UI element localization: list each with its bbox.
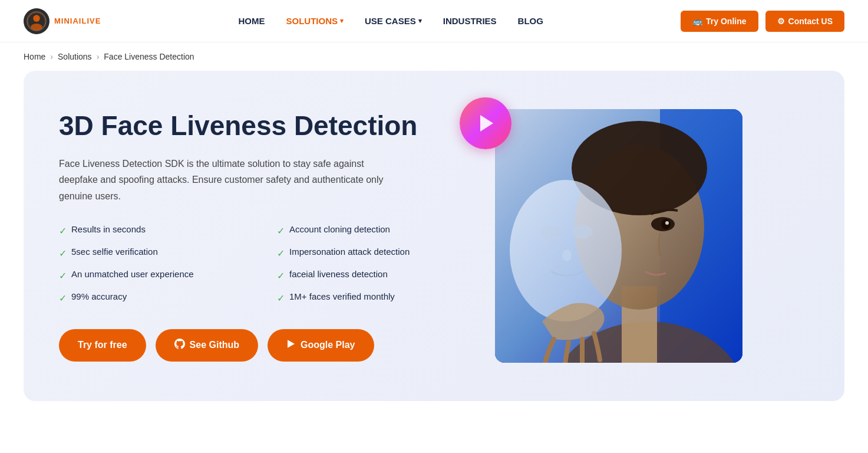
feature-item: ✓ Results in seconds (59, 223, 253, 238)
check-icon: ✓ (59, 247, 67, 261)
nav-blog[interactable]: BLOG (518, 16, 543, 26)
header-buttons: 🚌 Try Online ⚙ Contact US (681, 11, 844, 32)
breadcrumb-home[interactable]: Home (24, 52, 45, 61)
check-icon: ✓ (277, 291, 285, 306)
hero-image-area (495, 109, 742, 363)
features-grid: ✓ Results in seconds ✓ Account cloning d… (59, 223, 471, 306)
svg-point-1 (33, 15, 39, 21)
chevron-down-icon: ▾ (418, 17, 422, 25)
breadcrumb-current: Face Liveness Detection (104, 52, 194, 61)
hero-content-left: 3D Face Liveness Detection Face Liveness… (59, 110, 471, 361)
play-icon (286, 339, 296, 351)
hero-section: 3D Face Liveness Detection Face Liveness… (24, 71, 844, 401)
feature-item: ✓ 99% accuracy (59, 290, 253, 306)
nav-solutions[interactable]: SOLUTIONS ▾ (286, 16, 344, 26)
main-nav: HOME SOLUTIONS ▾ USE CASES ▾ INDUSTRIES … (239, 16, 543, 26)
feature-item: ✓ Impersonation attack detection (277, 245, 471, 261)
try-free-button[interactable]: Try for free (59, 329, 146, 362)
play-triangle-icon (480, 115, 493, 132)
logo-text: MINIAILIVE (54, 17, 101, 25)
check-icon: ✓ (277, 224, 285, 238)
chevron-down-icon: ▾ (340, 17, 344, 25)
contact-us-button[interactable]: ⚙ Contact US (765, 11, 844, 32)
see-github-button[interactable]: See Github (156, 329, 258, 362)
check-icon: ✓ (59, 269, 67, 283)
hero-image (495, 109, 742, 363)
google-play-button[interactable]: Google Play (268, 329, 374, 362)
feature-item: ✓ An unmatched user experience (59, 268, 253, 283)
breadcrumb-separator-2: › (97, 52, 100, 61)
nav-home[interactable]: HOME (239, 16, 265, 26)
nav-industries[interactable]: INDUSTRIES (443, 16, 497, 26)
svg-point-16 (562, 250, 572, 261)
check-icon: ✓ (277, 269, 285, 283)
play-video-button[interactable] (460, 97, 511, 149)
cta-buttons: Try for free See Github Google Play (59, 329, 471, 362)
svg-point-12 (665, 221, 669, 225)
hero-image-svg (495, 109, 742, 363)
try-online-button[interactable]: 🚌 Try Online (681, 11, 758, 32)
truck-icon: 🚌 (692, 17, 702, 26)
check-icon: ✓ (59, 224, 67, 238)
logo-area[interactable]: MINIAILIVE (24, 8, 101, 34)
hero-title: 3D Face Liveness Detection (59, 110, 471, 142)
logo-icon (24, 8, 49, 34)
github-icon (174, 339, 185, 352)
breadcrumb-separator: › (50, 52, 53, 61)
nav-use-cases[interactable]: USE CASES ▾ (365, 16, 422, 26)
check-icon: ✓ (59, 291, 67, 306)
svg-point-14 (540, 226, 562, 240)
svg-point-15 (572, 225, 593, 239)
svg-point-2 (31, 24, 42, 30)
feature-item: ✓ 5sec selfie verification (59, 245, 253, 261)
feature-item: ✓ faceial liveness detection (277, 268, 471, 283)
gear-icon: ⚙ (777, 17, 785, 26)
check-icon: ✓ (277, 247, 285, 261)
header: MINIAILIVE HOME SOLUTIONS ▾ USE CASES ▾ … (0, 0, 868, 42)
hero-description: Face Liveness Detection SDK is the ultim… (59, 156, 389, 204)
breadcrumb-solutions[interactable]: Solutions (58, 52, 92, 61)
feature-item: ✓ 1M+ faces verified monthly (277, 290, 471, 306)
breadcrumb: Home › Solutions › Face Liveness Detecti… (0, 42, 868, 71)
feature-item: ✓ Account cloning detection (277, 223, 471, 238)
